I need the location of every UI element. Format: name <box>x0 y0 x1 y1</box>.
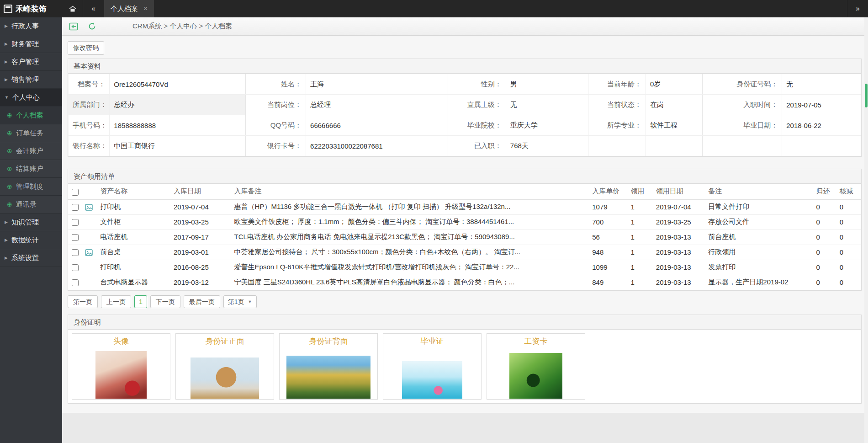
salary-card-photo[interactable] <box>509 353 562 399</box>
table-row: 电话座机 2017-09-17 TCL电话座机 办公家用商务电话 免电池来电显示… <box>68 230 861 245</box>
sidebar-item-label: 知识管理 <box>11 218 39 227</box>
sidebar-item-accounting-account[interactable]: ⊕ 会计账户 <box>0 142 62 160</box>
image-column-header <box>81 184 96 199</box>
sidebar-item-system-settings[interactable]: ▶ 系统设置 <box>0 249 62 267</box>
sidebar: ▶ 行政人事 ▶ 财务管理 ▶ 客户管理 ▶ 销售管理 ▼ 个人中心 ⊕ 个人档… <box>0 17 62 443</box>
field-value: 总经办 <box>110 95 245 115</box>
field-value: 18588888888 <box>110 115 245 136</box>
main-content: CRM系统 > 个人中心 > 个人档案 修改密码 基本资料 <box>62 17 868 443</box>
avatar-photo[interactable] <box>95 351 147 399</box>
prev-page-button[interactable]: 上一页 <box>101 295 131 309</box>
asset-price: 1099 <box>588 260 626 275</box>
column-header: 入库日期 <box>169 184 230 199</box>
tabs-scroll-right-button[interactable]: » <box>847 0 868 17</box>
sidebar-item-customers[interactable]: ▶ 客户管理 <box>0 53 62 71</box>
sidebar-item-knowledge[interactable]: ▶ 知识管理 <box>0 213 62 231</box>
sidebar-item-statistics[interactable]: ▶ 数据统计 <box>0 231 62 249</box>
image-attachment-icon[interactable] <box>85 249 93 256</box>
first-page-button[interactable]: 第一页 <box>68 295 98 309</box>
column-header: 入库单价 <box>588 184 626 199</box>
sidebar-subitem-label: 订单任务 <box>16 129 43 138</box>
chevron-right-icon: ▶ <box>5 59 8 64</box>
field-label: 所属部门： <box>69 95 110 115</box>
id-card-front-photo[interactable] <box>191 358 259 399</box>
table-row: 打印机 2019-07-04 惠普（HP）M1136 多功能三合一黑白激光一体机… <box>68 199 861 214</box>
collapse-sidebar-button[interactable] <box>67 20 80 33</box>
field-label: 已入职： <box>448 136 506 156</box>
sidebar-item-sales[interactable]: ▶ 销售管理 <box>0 71 62 89</box>
column-header: 归还 <box>812 184 835 199</box>
sidebar-item-label: 销售管理 <box>11 75 39 84</box>
identity-card-salary: 工资卡 <box>487 333 585 400</box>
row-checkbox[interactable] <box>72 249 79 256</box>
home-icon <box>69 5 76 12</box>
asset-deduct: 0 <box>836 260 861 275</box>
column-header: 领用 <box>627 184 652 199</box>
row-checkbox[interactable] <box>72 234 79 241</box>
asset-price: 849 <box>588 275 626 290</box>
next-page-button[interactable]: 下一页 <box>150 295 180 309</box>
field-label: 入职时间： <box>702 95 782 115</box>
refresh-button[interactable] <box>85 20 99 33</box>
table-row: 文件柜 2019-03-25 欧宝美文件铁皮柜； 厚度：1.1mm； 颜色分类：… <box>68 214 861 230</box>
row-checkbox[interactable] <box>72 204 79 211</box>
sidebar-item-settlement-account[interactable]: ⊕ 结算账户 <box>0 160 62 178</box>
asset-deduct: 0 <box>836 275 861 290</box>
field-label: 直属上级： <box>448 95 506 115</box>
sidebar-item-contacts[interactable]: ⊕ 通讯录 <box>0 196 62 213</box>
pagination: 第一页 上一页 1 下一页 最后一页 第1页 ▼ <box>68 295 862 309</box>
field-label: 毕业院校： <box>448 115 506 136</box>
sidebar-item-personal-profile[interactable]: ⊕ 个人档案 <box>0 107 62 124</box>
chevron-right-icon: ▶ <box>5 238 8 242</box>
row-checkbox[interactable] <box>72 279 79 286</box>
submenu-bullet-icon: ⊕ <box>7 183 12 190</box>
tab-personal-profile[interactable]: 个人档案 × <box>104 0 154 17</box>
field-label: 银行名称： <box>69 136 110 156</box>
asset-qty: 1 <box>627 245 652 260</box>
scrollbar-thumb[interactable] <box>865 84 868 107</box>
table-header-row: 资产名称 入库日期 入库备注 入库单价 领用 领用日期 备注 归还 核减 <box>68 184 861 199</box>
card-title: 身份证背面 <box>309 336 348 347</box>
field-label: QQ号码： <box>245 115 306 136</box>
field-value: 王海 <box>306 74 448 95</box>
asset-name: 文件柜 <box>96 214 169 230</box>
field-label: 当前年龄： <box>588 74 646 95</box>
last-page-button[interactable]: 最后一页 <box>184 295 220 309</box>
field-label: 当前状态： <box>588 95 646 115</box>
row-checkbox[interactable] <box>72 219 79 226</box>
chevron-right-icon: ▶ <box>5 42 8 46</box>
table-row: 手机号码：18588888888 QQ号码：66666666 毕业院校：重庆大学… <box>69 115 861 136</box>
diploma-photo[interactable] <box>402 361 462 399</box>
change-password-button[interactable]: 修改密码 <box>68 41 104 55</box>
asset-use-date: 2019-07-04 <box>652 199 704 214</box>
logo-icon <box>4 5 12 13</box>
row-checkbox[interactable] <box>72 264 79 271</box>
asset-note: 显示器，生产日期2019-02 <box>704 275 812 290</box>
content-body: 修改密码 基本资料 档案号：Ore126054470Vd <box>62 36 868 413</box>
home-button[interactable] <box>62 0 83 17</box>
field-value: 无 <box>506 95 588 115</box>
asset-return: 0 <box>812 245 835 260</box>
page-select[interactable]: 第1页 ▼ <box>223 295 257 309</box>
page-number-button[interactable]: 1 <box>134 295 147 309</box>
card-title: 头像 <box>113 336 129 347</box>
column-header: 核减 <box>836 184 861 199</box>
sidebar-item-admin-hr[interactable]: ▶ 行政人事 <box>0 17 62 35</box>
sidebar-item-label: 数据统计 <box>11 236 39 245</box>
asset-use-date: 2019-03-13 <box>652 275 704 290</box>
asset-in-note: 欧宝美文件铁皮柜； 厚度：1.1mm； 颜色分类：偏三斗内保； 淘宝订单号：38… <box>230 214 588 230</box>
id-card-back-photo[interactable] <box>286 356 370 399</box>
sidebar-subitem-label: 个人档案 <box>16 111 43 120</box>
asset-name: 前台桌 <box>96 245 169 260</box>
sidebar-item-management-rules[interactable]: ⊕ 管理制度 <box>0 178 62 196</box>
sidebar-item-personal-center[interactable]: ▼ 个人中心 <box>0 89 62 107</box>
asset-qty: 1 <box>627 230 652 245</box>
assets-panel: 资产领用清单 资产名称 入库日期 入库备注 <box>68 169 862 291</box>
select-all-checkbox[interactable] <box>72 189 79 196</box>
image-attachment-icon[interactable] <box>85 204 93 211</box>
sidebar-item-order-tasks[interactable]: ⊕ 订单任务 <box>0 124 62 142</box>
tabs-scroll-left-button[interactable]: « <box>83 0 104 17</box>
tab-close-icon[interactable]: × <box>143 5 148 12</box>
sidebar-item-finance[interactable]: ▶ 财务管理 <box>0 35 62 53</box>
field-value: 重庆大学 <box>506 115 588 136</box>
